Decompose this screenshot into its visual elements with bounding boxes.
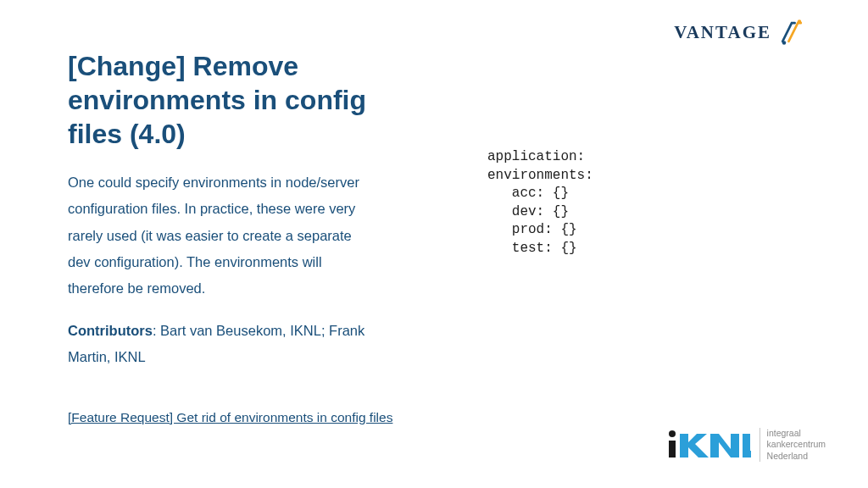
code-line: acc: {} <box>487 185 593 203</box>
svg-rect-4 <box>743 434 750 451</box>
iknl-tagline-line: kankercentrum <box>767 439 826 450</box>
code-line: dev: {} <box>487 203 593 222</box>
code-line: application: <box>487 148 593 167</box>
iknl-logo: integraal kankercentrum Nederland <box>666 427 826 463</box>
code-line: environments: <box>487 167 593 186</box>
svg-point-1 <box>782 41 787 45</box>
svg-rect-3 <box>669 441 676 458</box>
iknl-tagline-line: integraal <box>767 428 826 439</box>
iknl-tagline: integraal kankercentrum Nederland <box>760 428 826 461</box>
config-code-snippet: application: environments: acc: {} dev: … <box>487 148 593 258</box>
vantage-logo: VANTAGE <box>674 17 807 47</box>
iknl-logo-mark <box>666 427 751 463</box>
feature-request-link[interactable]: [Feature Request] Get rid of environment… <box>68 408 392 427</box>
svg-rect-5 <box>743 451 751 458</box>
svg-point-2 <box>669 430 676 437</box>
svg-point-0 <box>798 19 802 24</box>
vantage-logo-text: VANTAGE <box>674 22 771 43</box>
slide-body: One could specify environments in node/s… <box>68 169 373 302</box>
vantage-logo-icon <box>776 17 807 47</box>
contributors-label: Contributors <box>68 323 153 338</box>
code-line: prod: {} <box>487 221 593 240</box>
code-line: test: {} <box>487 240 593 258</box>
slide-title: [Change] Remove environments in config f… <box>68 49 373 151</box>
iknl-tagline-line: Nederland <box>767 451 826 462</box>
contributors-line: Contributors: Bart van Beusekom, IKNL; F… <box>68 318 373 371</box>
